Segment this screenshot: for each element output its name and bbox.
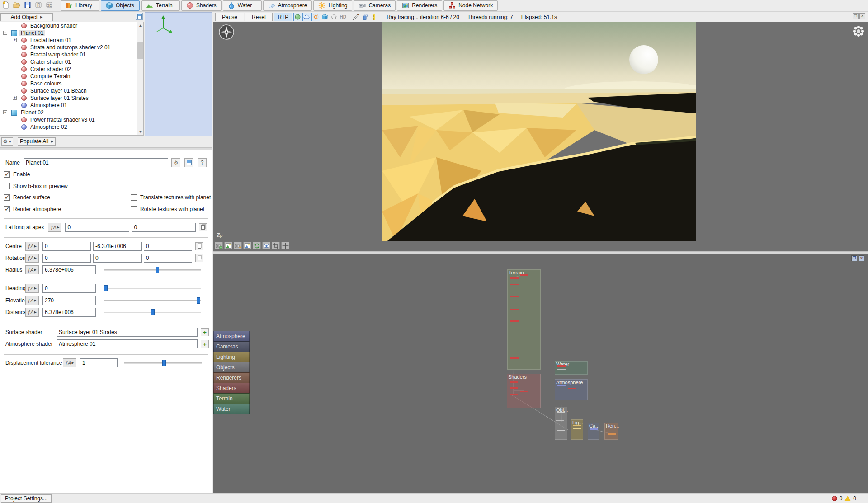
render-surface-checkbox[interactable] [4, 194, 10, 201]
project-settings-button[interactable]: Project Settings... [1, 494, 52, 503]
tab-shaders[interactable]: Shaders [181, 0, 222, 11]
render-atmosphere-checkbox[interactable] [4, 206, 10, 212]
sun-preview-toggle[interactable] [311, 13, 320, 21]
collapse-icon[interactable]: − [3, 31, 7, 35]
tree-item-background-shader[interactable]: Background shader [0, 22, 143, 29]
assign-shader-button[interactable]: + [201, 328, 209, 336]
tree-item-fractal-warp-shader-01[interactable]: Fractal warp shader 01 [0, 51, 143, 58]
cloud-preview-toggle[interactable] [302, 13, 311, 21]
restore-panel-icon[interactable]: ❐ [851, 255, 857, 261]
node-item[interactable] [568, 388, 576, 389]
render-view-button[interactable]: R [33, 1, 43, 11]
tree-item-surface-layer-01-beach[interactable]: Surface layer 01 Beach [0, 87, 143, 94]
bbox-checkbox-row[interactable]: Show b-box in preview [4, 183, 68, 190]
animate-function-button[interactable]: ƒA▶ [25, 242, 39, 251]
tab-cameras[interactable]: Cameras [354, 0, 396, 11]
add-object-button[interactable]: Add Object ▶ [0, 13, 53, 21]
tree-item-surface-layer-01-strates[interactable]: +Surface layer 01 Strates [0, 94, 143, 102]
node-item[interactable] [557, 385, 566, 386]
surface-shader-input[interactable] [57, 328, 198, 337]
spray-button[interactable] [360, 13, 369, 21]
node-group-renderers[interactable]: Renderers [213, 372, 250, 383]
radius-slider[interactable] [104, 267, 201, 273]
refresh-button[interactable] [253, 242, 261, 249]
node-item[interactable] [590, 428, 598, 430]
sphere-preview-toggle[interactable] [293, 13, 302, 21]
node-group-lighting[interactable]: Lighting [213, 352, 250, 362]
tree-item-atmosphere-01[interactable]: Atmosphere 01 [0, 102, 143, 109]
translate-textures-row[interactable]: Translate textures with planet [131, 194, 211, 201]
expand-icon[interactable]: + [13, 38, 17, 42]
tree-item-planet-02[interactable]: −Planet 02 [0, 109, 143, 116]
animate-function-button[interactable]: ƒA▶ [25, 296, 39, 305]
tree-item-planet-01[interactable]: −Planet 01 [0, 29, 143, 37]
z-depth-icon[interactable]: Z◸ [217, 232, 223, 239]
node-item[interactable] [573, 428, 581, 429]
tree-scrollbar[interactable]: ▲ ▼ [137, 22, 143, 135]
animate-function-button[interactable]: ƒA▶ [48, 223, 61, 232]
reset-button[interactable]: Reset [245, 13, 273, 21]
3d-preview-button[interactable]: 3D [44, 1, 54, 11]
node-item[interactable] [608, 433, 616, 435]
render-atmosphere-row[interactable]: Render atmosphere [4, 206, 61, 213]
tree-item-power-fractal-shader-v3-01[interactable]: Power fractal shader v3 01 [0, 116, 143, 123]
displacement-tolerance-input[interactable] [80, 358, 118, 367]
node-box-ren[interactable]: Ren... [604, 423, 618, 440]
distance-slider[interactable] [104, 309, 201, 315]
tree-item-compute-terrain[interactable]: Compute Terrain [0, 73, 143, 80]
close-panel-icon[interactable]: ✕ [859, 255, 864, 261]
assign-shader-button[interactable]: + [201, 340, 209, 348]
camera-copy-button[interactable] [215, 242, 223, 249]
node-item[interactable] [520, 391, 528, 392]
populate-all-button[interactable]: Populate All ▶ [18, 137, 56, 146]
tab-objects[interactable]: Objects [101, 0, 140, 11]
mini-3d-preview[interactable] [145, 12, 212, 136]
copy-coords-button[interactable] [195, 254, 203, 262]
tree-item-base-colours[interactable]: Base colours [0, 80, 143, 87]
crop-button[interactable] [272, 242, 280, 249]
copy-coords-button[interactable] [195, 242, 203, 250]
animate-function-button[interactable]: ƒA▶ [25, 254, 39, 263]
node-group-water[interactable]: Water [213, 404, 250, 414]
tab-water[interactable]: Water [223, 0, 262, 11]
node-item[interactable] [557, 365, 566, 367]
node-group-cameras[interactable]: Cameras [213, 341, 250, 352]
new-document-button[interactable] [1, 1, 11, 11]
expand-icon[interactable]: + [13, 96, 17, 100]
tree-item-strata-and-outcrops-shader-v2-01[interactable]: Strata and outcrops shader v2 01 [0, 44, 143, 51]
node-box-shaders[interactable]: Shaders [507, 374, 541, 408]
scroll-down-icon[interactable]: ▼ [137, 128, 144, 135]
elevation-input[interactable] [42, 296, 96, 305]
rtp-toggle-button[interactable]: RTP [274, 13, 292, 21]
node-item[interactable] [510, 284, 519, 285]
node-box-lig[interactable]: Lig... [571, 419, 583, 440]
animate-function-button[interactable]: ƒA▶ [63, 358, 76, 367]
paint-button[interactable] [351, 13, 360, 21]
enable-checkbox[interactable] [4, 171, 10, 178]
node-box-ca[interactable]: Ca... [588, 423, 599, 440]
name-input[interactable] [24, 158, 168, 167]
close-window-icon[interactable]: ✕ [859, 13, 865, 19]
animate-function-button[interactable]: ƒA▶ [25, 265, 39, 274]
preview-toggle-button[interactable] [184, 158, 193, 167]
node-group-shaders[interactable]: Shaders [213, 383, 250, 393]
help-button[interactable]: ? [198, 158, 207, 167]
node-settings-button[interactable]: ⚙ [171, 158, 180, 167]
copy-coords-button[interactable] [199, 223, 207, 231]
radius-input[interactable] [42, 265, 96, 274]
restore-window-icon[interactable]: ❐ [853, 13, 859, 19]
node-item[interactable] [557, 369, 566, 370]
tab-atmosphere[interactable]: Atmosphere [263, 0, 312, 11]
ruler-button[interactable] [369, 13, 378, 21]
save-button[interactable] [23, 1, 33, 11]
node-item[interactable] [557, 412, 565, 413]
node-item[interactable] [510, 320, 519, 322]
node-item[interactable] [510, 394, 518, 395]
list-layout-button[interactable] [136, 13, 143, 20]
collapse-icon[interactable]: − [3, 110, 7, 114]
node-box-terrain[interactable]: Terrain [507, 269, 541, 370]
rotate-textures-row[interactable]: Rotate textures with planet [131, 206, 204, 213]
scroll-up-icon[interactable]: ▲ [137, 22, 144, 29]
animate-function-button[interactable]: ƒA▶ [25, 308, 39, 317]
node-group-atmosphere[interactable]: Atmosphere [213, 331, 250, 341]
